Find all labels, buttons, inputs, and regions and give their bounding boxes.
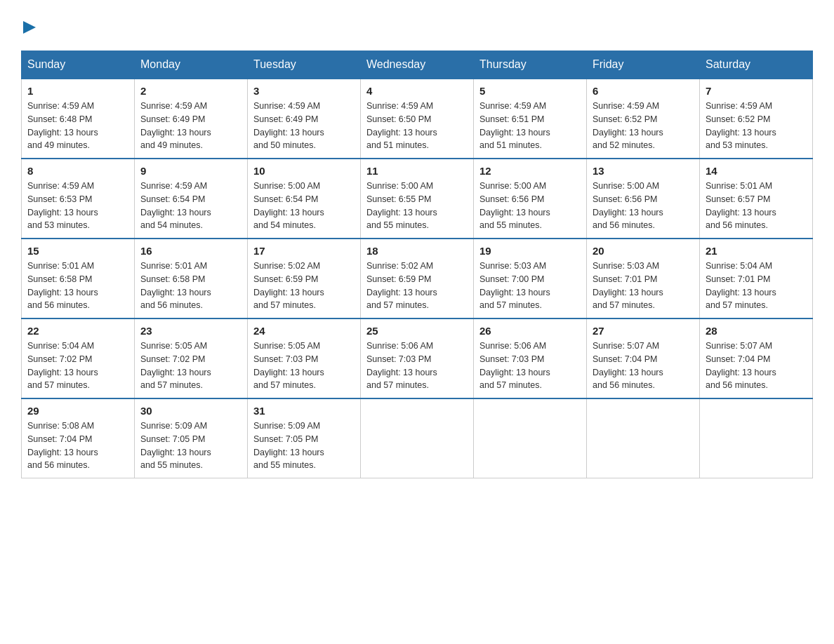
day-info: Sunrise: 5:03 AM Sunset: 7:01 PM Dayligh… (593, 260, 694, 312)
calendar-cell: 14 Sunrise: 5:01 AM Sunset: 6:57 PM Dayl… (700, 159, 813, 239)
day-info: Sunrise: 4:59 AM Sunset: 6:52 PM Dayligh… (706, 100, 807, 152)
day-info: Sunrise: 5:00 AM Sunset: 6:56 PM Dayligh… (593, 180, 694, 232)
day-number: 17 (253, 245, 355, 257)
day-number: 6 (593, 85, 694, 97)
calendar-cell: 9 Sunrise: 4:59 AM Sunset: 6:54 PM Dayli… (135, 159, 248, 239)
calendar-cell: 4 Sunrise: 4:59 AM Sunset: 6:50 PM Dayli… (361, 79, 474, 159)
day-number: 22 (27, 325, 128, 337)
calendar-cell: 10 Sunrise: 5:00 AM Sunset: 6:54 PM Dayl… (248, 159, 361, 239)
week-row-4: 22 Sunrise: 5:04 AM Sunset: 7:02 PM Dayl… (22, 318, 813, 398)
calendar-cell: 12 Sunrise: 5:00 AM Sunset: 6:56 PM Dayl… (474, 159, 587, 239)
day-header-wednesday: Wednesday (361, 51, 474, 79)
calendar-cell (474, 398, 587, 478)
week-row-1: 1 Sunrise: 4:59 AM Sunset: 6:48 PM Dayli… (22, 79, 813, 159)
day-info: Sunrise: 5:02 AM Sunset: 6:59 PM Dayligh… (366, 260, 468, 312)
day-info: Sunrise: 5:07 AM Sunset: 7:04 PM Dayligh… (593, 340, 694, 392)
day-number: 19 (479, 245, 581, 257)
day-info: Sunrise: 4:59 AM Sunset: 6:50 PM Dayligh… (366, 100, 468, 152)
calendar-cell: 2 Sunrise: 4:59 AM Sunset: 6:49 PM Dayli… (135, 79, 248, 159)
day-number: 2 (140, 85, 241, 97)
day-number: 27 (593, 325, 694, 337)
page-header (21, 21, 813, 36)
week-row-2: 8 Sunrise: 4:59 AM Sunset: 6:53 PM Dayli… (22, 159, 813, 239)
day-info: Sunrise: 5:00 AM Sunset: 6:54 PM Dayligh… (253, 180, 355, 232)
calendar-cell: 18 Sunrise: 5:02 AM Sunset: 6:59 PM Dayl… (361, 239, 474, 318)
day-info: Sunrise: 4:59 AM Sunset: 6:54 PM Dayligh… (140, 180, 241, 232)
day-info: Sunrise: 4:59 AM Sunset: 6:52 PM Dayligh… (593, 100, 694, 152)
day-number: 5 (479, 85, 581, 97)
day-info: Sunrise: 5:04 AM Sunset: 7:01 PM Dayligh… (706, 260, 807, 312)
logo-arrow-icon (23, 21, 36, 34)
calendar-cell: 16 Sunrise: 5:01 AM Sunset: 6:58 PM Dayl… (135, 239, 248, 318)
day-header-sunday: Sunday (22, 51, 135, 79)
day-info: Sunrise: 5:01 AM Sunset: 6:58 PM Dayligh… (27, 260, 128, 312)
calendar-cell: 13 Sunrise: 5:00 AM Sunset: 6:56 PM Dayl… (587, 159, 700, 239)
day-number: 8 (27, 165, 128, 177)
day-info: Sunrise: 5:01 AM Sunset: 6:57 PM Dayligh… (706, 180, 807, 232)
day-header-friday: Friday (587, 51, 700, 79)
header-row: SundayMondayTuesdayWednesdayThursdayFrid… (22, 51, 813, 79)
day-number: 9 (140, 165, 241, 177)
day-info: Sunrise: 5:02 AM Sunset: 6:59 PM Dayligh… (253, 260, 355, 312)
calendar-cell: 20 Sunrise: 5:03 AM Sunset: 7:01 PM Dayl… (587, 239, 700, 318)
calendar-cell: 7 Sunrise: 4:59 AM Sunset: 6:52 PM Dayli… (700, 79, 813, 159)
day-info: Sunrise: 5:09 AM Sunset: 7:05 PM Dayligh… (140, 420, 241, 472)
calendar-cell: 31 Sunrise: 5:09 AM Sunset: 7:05 PM Dayl… (248, 398, 361, 478)
day-info: Sunrise: 5:09 AM Sunset: 7:05 PM Dayligh… (253, 420, 355, 472)
day-info: Sunrise: 5:00 AM Sunset: 6:56 PM Dayligh… (479, 180, 581, 232)
day-number: 10 (253, 165, 355, 177)
calendar-cell: 27 Sunrise: 5:07 AM Sunset: 7:04 PM Dayl… (587, 318, 700, 398)
calendar-cell: 25 Sunrise: 5:06 AM Sunset: 7:03 PM Dayl… (361, 318, 474, 398)
day-number: 21 (706, 245, 807, 257)
calendar-cell: 6 Sunrise: 4:59 AM Sunset: 6:52 PM Dayli… (587, 79, 700, 159)
calendar-cell: 11 Sunrise: 5:00 AM Sunset: 6:55 PM Dayl… (361, 159, 474, 239)
day-info: Sunrise: 4:59 AM Sunset: 6:48 PM Dayligh… (27, 100, 128, 152)
calendar-cell (587, 398, 700, 478)
calendar-cell: 23 Sunrise: 5:05 AM Sunset: 7:02 PM Dayl… (135, 318, 248, 398)
day-number: 4 (366, 85, 468, 97)
day-info: Sunrise: 5:06 AM Sunset: 7:03 PM Dayligh… (479, 340, 581, 392)
calendar-cell: 17 Sunrise: 5:02 AM Sunset: 6:59 PM Dayl… (248, 239, 361, 318)
day-number: 24 (253, 325, 355, 337)
day-info: Sunrise: 5:05 AM Sunset: 7:02 PM Dayligh… (140, 340, 241, 392)
calendar-cell: 21 Sunrise: 5:04 AM Sunset: 7:01 PM Dayl… (700, 239, 813, 318)
day-header-thursday: Thursday (474, 51, 587, 79)
day-info: Sunrise: 4:59 AM Sunset: 6:51 PM Dayligh… (479, 100, 581, 152)
day-number: 29 (27, 405, 128, 417)
calendar-table: SundayMondayTuesdayWednesdayThursdayFrid… (21, 51, 813, 478)
calendar-cell: 30 Sunrise: 5:09 AM Sunset: 7:05 PM Dayl… (135, 398, 248, 478)
calendar-cell: 24 Sunrise: 5:05 AM Sunset: 7:03 PM Dayl… (248, 318, 361, 398)
day-number: 25 (366, 325, 468, 337)
week-row-5: 29 Sunrise: 5:08 AM Sunset: 7:04 PM Dayl… (22, 398, 813, 478)
day-header-saturday: Saturday (700, 51, 813, 79)
day-info: Sunrise: 5:07 AM Sunset: 7:04 PM Dayligh… (706, 340, 807, 392)
calendar-cell: 28 Sunrise: 5:07 AM Sunset: 7:04 PM Dayl… (700, 318, 813, 398)
calendar-cell: 22 Sunrise: 5:04 AM Sunset: 7:02 PM Dayl… (22, 318, 135, 398)
calendar-cell: 8 Sunrise: 4:59 AM Sunset: 6:53 PM Dayli… (22, 159, 135, 239)
day-number: 31 (253, 405, 355, 417)
day-info: Sunrise: 5:03 AM Sunset: 7:00 PM Dayligh… (479, 260, 581, 312)
day-number: 18 (366, 245, 468, 257)
svg-marker-0 (23, 21, 36, 34)
day-info: Sunrise: 4:59 AM Sunset: 6:49 PM Dayligh… (253, 100, 355, 152)
day-number: 26 (479, 325, 581, 337)
week-row-3: 15 Sunrise: 5:01 AM Sunset: 6:58 PM Dayl… (22, 239, 813, 318)
day-info: Sunrise: 5:00 AM Sunset: 6:55 PM Dayligh… (366, 180, 468, 232)
logo (21, 21, 36, 36)
calendar-cell: 3 Sunrise: 4:59 AM Sunset: 6:49 PM Dayli… (248, 79, 361, 159)
day-number: 30 (140, 405, 241, 417)
calendar-cell: 15 Sunrise: 5:01 AM Sunset: 6:58 PM Dayl… (22, 239, 135, 318)
calendar-cell: 29 Sunrise: 5:08 AM Sunset: 7:04 PM Dayl… (22, 398, 135, 478)
day-number: 7 (706, 85, 807, 97)
day-header-monday: Monday (135, 51, 248, 79)
day-number: 23 (140, 325, 241, 337)
day-number: 15 (27, 245, 128, 257)
day-number: 3 (253, 85, 355, 97)
day-info: Sunrise: 4:59 AM Sunset: 6:53 PM Dayligh… (27, 180, 128, 232)
day-number: 28 (706, 325, 807, 337)
day-number: 12 (479, 165, 581, 177)
day-info: Sunrise: 5:01 AM Sunset: 6:58 PM Dayligh… (140, 260, 241, 312)
day-number: 11 (366, 165, 468, 177)
calendar-cell (700, 398, 813, 478)
day-info: Sunrise: 5:05 AM Sunset: 7:03 PM Dayligh… (253, 340, 355, 392)
